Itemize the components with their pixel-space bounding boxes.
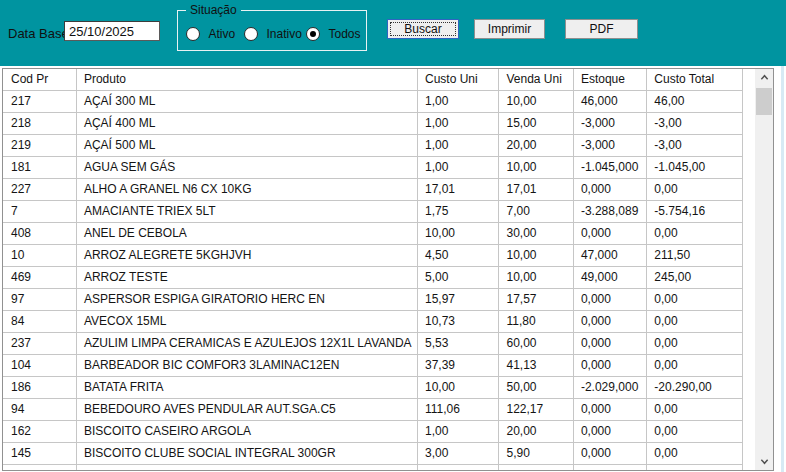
table-cell: 0,000 xyxy=(573,443,646,465)
vertical-scrollbar[interactable] xyxy=(755,69,773,470)
table-cell: -3.288,089 xyxy=(573,201,646,223)
table-cell: AGUA SEM GÁS xyxy=(76,157,417,179)
table-row[interactable]: 237AZULIM LIMPA CERAMICAS E AZULEJOS 12X… xyxy=(3,333,743,355)
table-row[interactable]: 218AÇAÍ 400 ML1,0015,00-3,000-3,00 xyxy=(3,113,743,135)
table-row[interactable]: 145BISCOITO CLUBE SOCIAL INTEGRAL 300GR3… xyxy=(3,443,743,465)
table-cell: 145 xyxy=(3,443,76,465)
table-cell: 0,000 xyxy=(573,333,646,355)
table-row[interactable]: 227ALHO A GRANEL N6 CX 10KG17,0117,010,0… xyxy=(3,179,743,201)
table-row[interactable]: 7AMACIANTE TRIEX 5LT1,757,00-3.288,089-5… xyxy=(3,201,743,223)
column-header[interactable]: Cod Pr xyxy=(3,69,76,91)
table-row[interactable]: 469ARROZ TESTE5,0010,0049,000245,00 xyxy=(3,267,743,289)
radio-icon xyxy=(244,27,258,41)
table-cell: ASPERSOR ESPIGA GIRATORIO HERC EN xyxy=(76,289,417,311)
table-row[interactable]: 146BISCOITO CLUBE SOCIAL MANTEIGA 300GR3… xyxy=(3,465,743,472)
table-cell: BATATA FRITA xyxy=(76,377,417,399)
table-cell: 4,50 xyxy=(418,245,499,267)
table-cell: 41,13 xyxy=(499,355,573,377)
column-header[interactable]: Custo Total xyxy=(647,69,743,91)
radio-option-todos[interactable]: Todos xyxy=(306,24,360,38)
table-cell: 11,80 xyxy=(499,311,573,333)
table-cell: 1,00 xyxy=(418,421,499,443)
data-base-input[interactable] xyxy=(64,21,160,41)
table-cell: 0,00 xyxy=(647,465,743,472)
table-cell: -3,00 xyxy=(647,135,743,157)
column-header[interactable]: Custo Uni xyxy=(418,69,499,91)
table-cell: 0,00 xyxy=(647,333,743,355)
table-row[interactable]: 104BARBEADOR BIC COMFOR3 3LAMINAC12EN37,… xyxy=(3,355,743,377)
table-cell: -2.029,000 xyxy=(573,377,646,399)
table-cell: 94 xyxy=(3,399,76,421)
scroll-up-button[interactable] xyxy=(755,69,773,86)
table-row[interactable]: 219AÇAÍ 500 ML1,0020,00-3,000-3,00 xyxy=(3,135,743,157)
column-header[interactable]: Produto xyxy=(76,69,417,91)
buscar-button[interactable]: Buscar xyxy=(387,19,459,39)
table-cell: 186 xyxy=(3,377,76,399)
table-row[interactable]: 84AVECOX 15ML10,7311,800,0000,00 xyxy=(3,311,743,333)
table-cell: 5,00 xyxy=(418,267,499,289)
table-cell: 3,00 xyxy=(418,465,499,472)
table-cell: BARBEADOR BIC COMFOR3 3LAMINAC12EN xyxy=(76,355,417,377)
table-cell: 111,06 xyxy=(418,399,499,421)
table-cell: AÇAÍ 500 ML xyxy=(76,135,417,157)
table-cell: 104 xyxy=(3,355,76,377)
scroll-down-icon xyxy=(760,457,769,466)
scroll-down-button[interactable] xyxy=(755,453,773,470)
situacao-groupbox: Situação Ativo Inativo Todos xyxy=(177,10,367,51)
table-cell: 227 xyxy=(3,179,76,201)
table-cell: 84 xyxy=(3,311,76,333)
table-cell: 0,000 xyxy=(573,355,646,377)
table-row[interactable]: 217AÇAÍ 300 ML1,0010,0046,00046,00 xyxy=(3,91,743,113)
table-cell: -3,000 xyxy=(573,113,646,135)
table-cell: 5,00 xyxy=(499,465,573,472)
table-row[interactable]: 181AGUA SEM GÁS1,0010,00-1.045,000-1.045… xyxy=(3,157,743,179)
table-cell: 217 xyxy=(3,91,76,113)
table-cell: 15,97 xyxy=(418,289,499,311)
window-edge-strip xyxy=(781,66,784,472)
table-row[interactable]: 408ANEL DE CEBOLA10,0030,000,0000,00 xyxy=(3,223,743,245)
table-row[interactable]: 97ASPERSOR ESPIGA GIRATORIO HERC EN15,97… xyxy=(3,289,743,311)
table-row[interactable]: 162BISCOITO CASEIRO ARGOLA1,0020,000,000… xyxy=(3,421,743,443)
product-grid: Cod PrProdutoCusto UniVenda UniEstoqueCu… xyxy=(2,68,774,471)
table-cell: 46,00 xyxy=(647,91,743,113)
table-cell: ARROZ ALEGRETE 5KGHJVH xyxy=(76,245,417,267)
table-cell: ANEL DE CEBOLA xyxy=(76,223,417,245)
table-body: 217AÇAÍ 300 ML1,0010,0046,00046,00218AÇA… xyxy=(3,91,743,472)
table-row[interactable]: 94BEBEDOURO AVES PENDULAR AUT.SGA.C5111,… xyxy=(3,399,743,421)
table-row[interactable]: 10ARROZ ALEGRETE 5KGHJVH4,5010,0047,0002… xyxy=(3,245,743,267)
table-cell: 237 xyxy=(3,333,76,355)
radio-option-inativo[interactable]: Inativo xyxy=(244,24,302,38)
table-cell: 1,00 xyxy=(418,91,499,113)
table-cell: 1,00 xyxy=(418,113,499,135)
radio-icon xyxy=(306,27,320,41)
situacao-legend: Situação xyxy=(186,3,241,17)
table-cell: 10,73 xyxy=(418,311,499,333)
table-cell: 30,00 xyxy=(499,223,573,245)
table-cell: 0,000 xyxy=(573,399,646,421)
table-cell: 122,17 xyxy=(499,399,573,421)
table-cell: 37,39 xyxy=(418,355,499,377)
table-cell: 15,00 xyxy=(499,113,573,135)
table-cell: 10,00 xyxy=(499,91,573,113)
column-header[interactable]: Estoque xyxy=(573,69,646,91)
imprimir-button[interactable]: Imprimir xyxy=(474,19,545,39)
table-cell: 0,000 xyxy=(573,179,646,201)
table-row[interactable]: 186BATATA FRITA10,0050,00-2.029,000-20.2… xyxy=(3,377,743,399)
scrollbar-thumb[interactable] xyxy=(756,88,772,115)
table-cell: 49,000 xyxy=(573,267,646,289)
table-cell: ALHO A GRANEL N6 CX 10KG xyxy=(76,179,417,201)
table-cell: -5.754,16 xyxy=(647,201,743,223)
table-cell: 20,00 xyxy=(499,135,573,157)
table-cell: 0,000 xyxy=(573,311,646,333)
column-header[interactable]: Venda Uni xyxy=(499,69,573,91)
pdf-button[interactable]: PDF xyxy=(565,19,638,39)
table-cell: 17,01 xyxy=(499,179,573,201)
toolbar: Data Base Situação Ativo Inativo Todos B… xyxy=(0,0,786,66)
table-cell: 50,00 xyxy=(499,377,573,399)
table-cell: ARROZ TESTE xyxy=(76,267,417,289)
table-cell: 0,00 xyxy=(647,289,743,311)
table-cell: 7 xyxy=(3,201,76,223)
table-cell: 0,00 xyxy=(647,179,743,201)
radio-option-ativo[interactable]: Ativo xyxy=(186,24,235,38)
table-cell: 1,00 xyxy=(418,135,499,157)
